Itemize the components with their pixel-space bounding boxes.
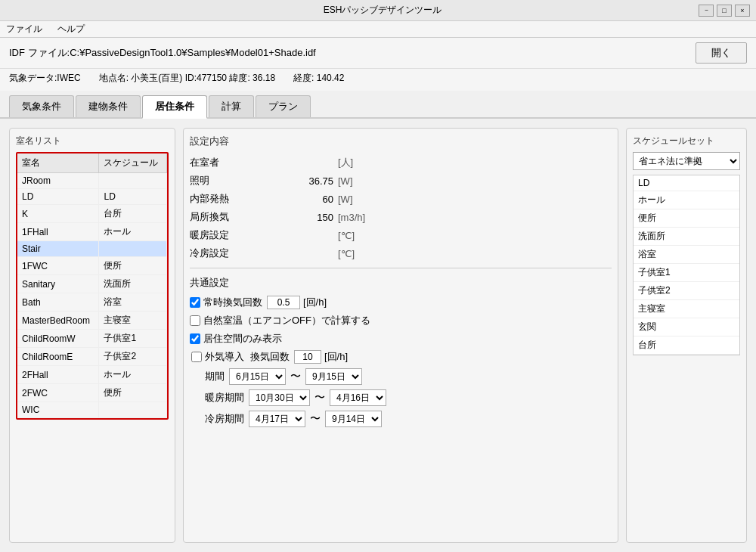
settings-rows: 在室者 [人] 照明 36.75 [W] 内部発熱 60 [W] 局所換気 15… [190, 156, 612, 260]
list-item[interactable]: 浴室 [634, 246, 739, 264]
table-row[interactable]: Bath浴室 [17, 293, 167, 312]
room-name-cell: Stair [17, 241, 99, 257]
info-bar: IDF ファイル:C:¥PassiveDesignTool1.0¥Samples… [0, 38, 756, 69]
outside-air-label: 外気導入 [205, 350, 244, 364]
table-row[interactable]: JRoom [17, 173, 167, 189]
living-only-row: 居住空間のみ表示 [190, 332, 612, 346]
outside-air-row: 外気導入 換気回数 [回/h] [190, 350, 612, 364]
setting-label: 冷房設定 [190, 247, 288, 260]
table-row[interactable]: LDLD [17, 189, 167, 205]
restore-button[interactable]: □ [717, 5, 732, 17]
vent-count-label: 換気回数 [250, 350, 290, 364]
room-name-cell: LD [17, 189, 99, 205]
room-name-cell: 1FWC [17, 257, 99, 275]
tab-living[interactable]: 居住条件 [142, 95, 207, 119]
col-room-name: 室名 [17, 154, 99, 173]
list-item[interactable]: ホール [634, 191, 739, 209]
list-item[interactable]: 主寝室 [634, 300, 739, 318]
room-table: 室名 スケジュール JRoomLDLDK台所1FHallホールStair1FWC… [17, 154, 167, 418]
room-name-cell: ChildRoomW [17, 330, 99, 348]
idf-label: IDF ファイル:C:¥PassiveDesignTool1.0¥Samples… [9, 46, 316, 60]
room-schedule-cell: 洗面所 [99, 275, 167, 293]
room-schedule-cell [99, 402, 167, 418]
menu-file[interactable]: ファイル [3, 22, 45, 36]
left-panel: 室名リスト 室名 スケジュール JRoomLDLDK台所1FHallホールSta… [9, 128, 175, 543]
ventilation-checkbox[interactable] [190, 297, 200, 308]
middle-panel: 設定内容 在室者 [人] 照明 36.75 [W] 内部発熱 60 [W] 局所… [183, 128, 618, 543]
room-schedule-cell: ホール [99, 223, 167, 241]
tab-calc[interactable]: 計算 [209, 95, 254, 117]
table-row[interactable]: ChildRoomW子供室1 [17, 330, 167, 348]
room-name-cell: JRoom [17, 173, 99, 189]
heating-start-select[interactable]: 10月30日 [249, 389, 310, 406]
table-row[interactable]: MasterBedRoom主寝室 [17, 312, 167, 330]
outside-air-checkbox[interactable] [191, 352, 202, 362]
room-name-cell: WIC [17, 402, 99, 418]
list-item[interactable]: 子供室2 [634, 282, 739, 300]
tab-building[interactable]: 建物条件 [76, 95, 141, 117]
close-button[interactable]: × [735, 5, 750, 17]
setting-label: 在室者 [190, 156, 288, 169]
list-item[interactable]: 便所 [634, 209, 739, 228]
table-row[interactable]: WIC [17, 402, 167, 418]
table-row[interactable]: K台所 [17, 205, 167, 223]
setting-label: 局所換気 [190, 210, 288, 224]
vent-count-input[interactable] [294, 350, 321, 364]
table-row[interactable]: 1FWC便所 [17, 257, 167, 275]
heating-end-select[interactable]: 4月16日 [330, 389, 386, 406]
settings-section: 設定内容 在室者 [人] 照明 36.75 [W] 内部発熱 60 [W] 局所… [190, 135, 612, 260]
list-item[interactable]: 洗面所 [634, 228, 739, 246]
common-settings-section: 共通設定 常時換気回数 [回/h] 自然室温（エアコンOFF）で計算する [190, 276, 612, 427]
period-start-select[interactable]: 6月15日 [229, 368, 286, 385]
table-row[interactable]: Stair [17, 241, 167, 257]
room-name-cell: 2FWC [17, 384, 99, 402]
menu-help[interactable]: ヘルプ [54, 22, 88, 36]
tab-plan[interactable]: プラン [256, 95, 311, 117]
room-schedule-cell: 台所 [99, 205, 167, 223]
ventilation-value-input[interactable] [267, 296, 300, 309]
minimize-button[interactable]: － [699, 5, 714, 17]
table-row[interactable]: 2FWC便所 [17, 384, 167, 402]
setting-unit: [人] [338, 156, 353, 169]
cooling-end-select[interactable]: 9月14日 [325, 411, 382, 427]
tab-weather[interactable]: 気象条件 [9, 95, 74, 117]
window-controls: － □ × [699, 5, 750, 17]
room-schedule-cell: 主寝室 [99, 312, 167, 330]
setting-unit: [W] [338, 175, 353, 187]
list-item[interactable]: 玄関 [634, 318, 739, 336]
heating-period-row: 暖房期間 10月30日 〜 4月16日 [190, 389, 612, 406]
list-item[interactable]: 子供室1 [634, 264, 739, 282]
living-only-checkbox[interactable] [190, 333, 200, 344]
period-end-select[interactable]: 9月15日 [305, 368, 362, 385]
ventilation-checkbox-label[interactable]: 常時換気回数 [190, 296, 262, 309]
list-item[interactable]: LD [634, 175, 739, 191]
room-name-cell: MasterBedRoom [17, 312, 99, 330]
location-label: 地点名: 小美玉(百里) ID:477150 緯度: 36.18 [99, 72, 275, 85]
heating-period-label: 暖房期間 [205, 391, 244, 405]
open-button[interactable]: 開く [696, 42, 747, 64]
room-schedule-cell: ホール [99, 366, 167, 384]
table-row[interactable]: 2FHallホール [17, 366, 167, 384]
settings-title: 設定内容 [190, 135, 612, 150]
list-item[interactable]: 台所 [634, 336, 739, 355]
cooling-start-select[interactable]: 4月17日 [249, 411, 305, 427]
window-title: ESHパッシブデザインツール [67, 4, 699, 17]
room-name-cell: Bath [17, 293, 99, 312]
air-cond-row: 自然室温（エアコンOFF）で計算する [190, 314, 612, 327]
air-cond-checkbox[interactable] [190, 315, 200, 326]
table-row[interactable]: ChildRoomE子供室2 [17, 348, 167, 366]
setting-unit: [m3/h] [338, 212, 365, 223]
info-bar2: 気象データ:IWEC 地点名: 小美玉(百里) ID:477150 緯度: 36… [0, 69, 756, 91]
setting-unit: [℃] [338, 230, 355, 241]
table-row[interactable]: 1FHallホール [17, 223, 167, 241]
schedule-set-select[interactable]: 省エネ法に準拠 [633, 152, 740, 170]
air-cond-label[interactable]: 自然室温（エアコンOFF）で計算する [190, 314, 370, 327]
living-only-label[interactable]: 居住空間のみ表示 [190, 332, 282, 346]
setting-value: 60 [288, 194, 333, 205]
period-row: 期間 6月15日 〜 9月15日 [190, 368, 612, 385]
col-schedule: スケジュール [99, 154, 167, 173]
table-row[interactable]: Sanitary洗面所 [17, 275, 167, 293]
right-panel: スケジュールセット 省エネ法に準拠 LDホール便所洗面所浴室子供室1子供室2主寝… [626, 128, 747, 543]
setting-row: 照明 36.75 [W] [190, 174, 612, 188]
common-settings-title: 共通設定 [190, 276, 612, 290]
